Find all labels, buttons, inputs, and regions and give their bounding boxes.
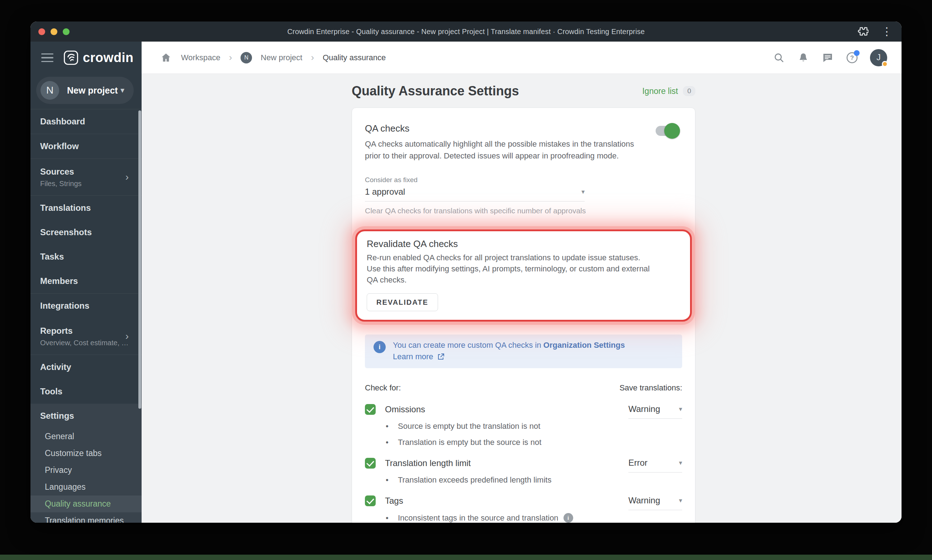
ignore-list-link[interactable]: Ignore list 0: [642, 86, 695, 96]
help-notification-dot: [854, 50, 860, 56]
sidebar-scrollbar[interactable]: [138, 111, 141, 409]
top-navigation-bar: Workspace › N New project › Quality assu…: [141, 42, 901, 74]
chevron-down-icon: ▾: [581, 188, 584, 196]
ignore-list-count-badge: 0: [683, 86, 695, 96]
browser-menu-icon[interactable]: ⋮: [881, 26, 892, 37]
window-controls: [38, 22, 69, 42]
sidebar-item-activity[interactable]: Activity: [31, 355, 141, 379]
consider-as-fixed-helper: Clear QA checks for translations with sp…: [365, 206, 682, 215]
info-box: i You can create more custom QA checks i…: [365, 334, 682, 368]
chevron-right-icon: ›: [229, 52, 232, 63]
breadcrumb-workspace[interactable]: Workspace: [181, 53, 220, 62]
sidebar: crowdin N New project ▾ Dashboard Workfl…: [31, 42, 141, 523]
browser-tab-title: Crowdin Enterprise - Quality assurance -…: [31, 28, 901, 36]
qa-settings-card: QA checks QA checks automatically highli…: [352, 108, 695, 523]
crowdin-logo-text: crowdin: [83, 50, 134, 65]
sidebar-item-languages[interactable]: Languages: [31, 478, 141, 495]
sidebar-item-translation-memories[interactable]: Translation memories: [31, 512, 141, 523]
chevron-down-icon: ▾: [679, 459, 682, 467]
revalidate-description: Re-run enabled QA checks for all project…: [367, 252, 654, 285]
project-selector[interactable]: N New project ▾: [36, 77, 134, 104]
crowdin-logo-icon: [63, 50, 78, 65]
external-link-icon: [437, 353, 445, 361]
sidebar-item-screenshots[interactable]: Screenshots: [31, 220, 141, 245]
project-avatar: N: [40, 81, 59, 100]
revalidate-button[interactable]: REVALIDATE: [367, 293, 438, 311]
consider-as-fixed-select[interactable]: 1 approval ▾: [365, 187, 584, 202]
qa-checks-title: QA checks: [365, 123, 649, 134]
messages-icon[interactable]: [821, 51, 834, 64]
info-text: You can create more custom QA checks in: [393, 341, 543, 349]
notifications-bell-icon[interactable]: [797, 51, 810, 64]
sidebar-settings-section: Settings General Customize tabs Privacy …: [31, 404, 141, 523]
sidebar-item-integrations[interactable]: Integrations: [31, 294, 141, 318]
info-icon: i: [374, 341, 386, 353]
maximize-window-button[interactable]: [63, 28, 69, 35]
check-row-tags: Tags •Inconsistent tags in the source an…: [365, 495, 682, 523]
check-row-omissions: Omissions •Source is empty but the trans…: [365, 404, 682, 447]
chevron-right-icon: ›: [125, 331, 129, 342]
consider-as-fixed-label: Consider as fixed: [365, 176, 682, 184]
tags-checkbox[interactable]: [365, 495, 376, 506]
organization-settings-link[interactable]: Organization Settings: [543, 341, 625, 349]
home-icon[interactable]: [160, 51, 172, 64]
search-icon[interactable]: [772, 51, 785, 64]
omissions-severity-select[interactable]: Warning ▾: [628, 404, 682, 419]
help-icon[interactable]: ?: [846, 51, 858, 64]
sidebar-item-privacy[interactable]: Privacy: [31, 462, 141, 478]
close-window-button[interactable]: [38, 28, 45, 35]
crowdin-logo[interactable]: crowdin: [63, 50, 134, 65]
project-name: New project: [67, 85, 120, 96]
sidebar-item-settings[interactable]: Settings: [31, 404, 141, 428]
omissions-checkbox[interactable]: [365, 404, 376, 415]
translation-length-limit-severity-select[interactable]: Error ▾: [628, 458, 682, 472]
desktop-edge: [0, 555, 932, 560]
sidebar-item-quality-assurance[interactable]: Quality assurance: [31, 495, 141, 512]
chevron-down-icon: ▾: [679, 497, 682, 505]
chevron-down-icon: ▾: [120, 86, 125, 95]
user-status-dot: [882, 61, 888, 67]
svg-text:?: ?: [850, 54, 854, 61]
toggle-knob: [664, 123, 680, 139]
sidebar-item-tasks[interactable]: Tasks: [31, 245, 141, 269]
info-icon[interactable]: i: [563, 513, 573, 523]
extensions-icon[interactable]: [857, 25, 869, 38]
qa-checks-toggle[interactable]: [656, 126, 678, 136]
sidebar-item-reports[interactable]: Reports Overview, Cost estimate, Tran… ›: [31, 318, 141, 355]
sidebar-item-sources[interactable]: Sources Files, Strings ›: [31, 159, 141, 195]
sidebar-item-members[interactable]: Members: [31, 269, 141, 293]
revalidate-section-highlighted: Revalidate QA checks Re-run enabled QA c…: [355, 229, 692, 322]
page-title: Quality Assurance Settings: [352, 83, 519, 98]
qa-checks-description: QA checks automatically highlight all th…: [365, 138, 649, 162]
breadcrumb-new-project[interactable]: New project: [261, 53, 302, 62]
hamburger-menu-icon[interactable]: [41, 54, 54, 62]
check-for-label: Check for:: [365, 383, 401, 392]
sidebar-item-customize-tabs[interactable]: Customize tabs: [31, 445, 141, 462]
sidebar-item-translations[interactable]: Translations: [31, 196, 141, 220]
check-row-translation-length-limit: Translation length limit •Translation ex…: [365, 458, 682, 485]
breadcrumb: Workspace › N New project › Quality assu…: [160, 51, 386, 64]
chevron-right-icon: ›: [125, 171, 129, 183]
sidebar-item-tools[interactable]: Tools: [31, 379, 141, 404]
screenshot-stage: Crowdin Enterprise - Quality assurance -…: [0, 0, 932, 560]
breadcrumb-quality-assurance: Quality assurance: [323, 53, 386, 62]
browser-titlebar: Crowdin Enterprise - Quality assurance -…: [31, 22, 901, 42]
chevron-right-icon: ›: [311, 52, 314, 63]
chevron-down-icon: ▾: [679, 405, 682, 413]
main-content: Quality Assurance Settings Ignore list 0…: [141, 74, 901, 523]
minimize-window-button[interactable]: [51, 28, 57, 35]
sidebar-item-general[interactable]: General: [31, 428, 141, 445]
browser-window: Crowdin Enterprise - Quality assurance -…: [31, 22, 901, 523]
sidebar-item-workflow[interactable]: Workflow: [31, 134, 141, 158]
learn-more-link[interactable]: Learn more: [393, 351, 625, 363]
revalidate-title: Revalidate QA checks: [367, 238, 679, 249]
save-translations-label: Save translations:: [620, 383, 682, 392]
sidebar-item-dashboard[interactable]: Dashboard: [31, 109, 141, 134]
translation-length-limit-checkbox[interactable]: [365, 458, 376, 469]
user-avatar[interactable]: J: [870, 49, 887, 66]
tags-severity-select[interactable]: Warning ▾: [628, 495, 682, 510]
breadcrumb-project-avatar: N: [240, 52, 252, 63]
